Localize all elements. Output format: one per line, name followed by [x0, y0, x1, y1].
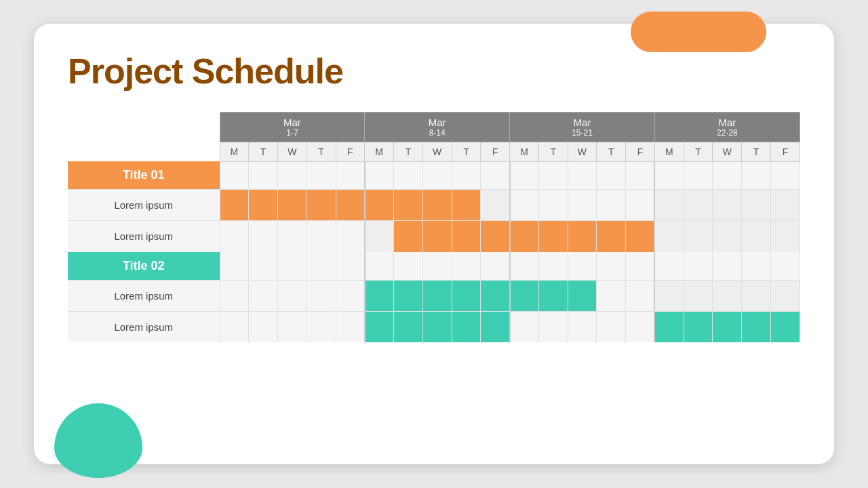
title-cell-0-1: [249, 161, 278, 190]
bar-cell-1-0-14: [626, 280, 655, 311]
day-header-4: F: [336, 142, 365, 161]
bar-cell-0-0-7: [422, 190, 452, 221]
bar-cell-0-1-6: [394, 221, 423, 252]
day-header-6: T: [394, 142, 423, 161]
bar-cell-0-1-13: [597, 221, 626, 252]
task-row-0-1: Lorem ipsum: [68, 221, 800, 252]
title-cell-1-19: [770, 252, 800, 281]
title-cell-1-4: [336, 252, 365, 281]
bar-cell-0-0-2: [278, 190, 307, 221]
bar-cell-1-0-15: [654, 280, 684, 311]
bar-cell-1-1-19: [770, 311, 800, 342]
bar-cell-0-1-9: [481, 221, 510, 252]
bar-cell-1-1-15: [654, 311, 684, 342]
title-cell-1-15: [654, 252, 684, 281]
title-cell-0-18: [742, 161, 771, 190]
day-header-13: T: [597, 142, 626, 161]
bar-cell-1-0-10: [510, 280, 539, 311]
bar-cell-0-0-10: [510, 190, 539, 221]
bar-cell-0-0-8: [452, 190, 481, 221]
task-row-1-1: Lorem ipsum: [68, 311, 800, 342]
bar-cell-1-1-10: [510, 311, 539, 342]
day-header-9: F: [481, 142, 510, 161]
bar-cell-0-1-12: [568, 221, 597, 252]
task-label-1-0: Lorem ipsum: [68, 280, 220, 311]
task-row-1-0: Lorem ipsum: [68, 280, 800, 311]
bar-cell-1-0-9: [481, 280, 510, 311]
page-title: Project Schedule: [68, 51, 800, 92]
bar-cell-0-1-11: [538, 221, 568, 252]
title-cell-1-8: [452, 252, 481, 281]
bar-cell-1-0-16: [684, 280, 713, 311]
bar-cell-1-0-17: [713, 280, 742, 311]
title-cell-1-9: [481, 252, 510, 281]
bar-cell-0-0-0: [220, 190, 249, 221]
slide-container: Project Schedule Mar1-7Mar8-14Mar15-21Ma…: [34, 24, 834, 464]
task-row-0-0: Lorem ipsum: [68, 190, 800, 221]
bar-cell-0-1-17: [713, 221, 742, 252]
title-cell-0-7: [422, 161, 452, 190]
bar-cell-0-1-14: [626, 221, 655, 252]
title-cell-0-11: [538, 161, 568, 190]
title-cell-0-5: [365, 161, 394, 190]
gantt-chart: Mar1-7Mar8-14Mar15-21Mar22-28 MTWTFMTWTF…: [68, 112, 800, 342]
title-cell-1-18: [742, 252, 771, 281]
day-header-14: F: [626, 142, 655, 161]
week-header-empty: [68, 113, 220, 142]
week-header-1: Mar8-14: [365, 113, 510, 142]
title-cell-0-0: [220, 161, 249, 190]
title-cell-0-2: [278, 161, 307, 190]
section-title-0: Title 01: [68, 161, 220, 190]
title-cell-1-14: [626, 252, 655, 281]
bar-cell-1-0-7: [422, 280, 452, 311]
bar-cell-1-0-13: [597, 280, 626, 311]
bar-cell-1-1-6: [394, 311, 423, 342]
bar-cell-1-0-4: [336, 280, 365, 311]
bar-cell-0-0-13: [597, 190, 626, 221]
bar-cell-0-1-7: [422, 221, 452, 252]
day-header-0: M: [220, 142, 249, 161]
bar-cell-1-1-14: [626, 311, 655, 342]
title-cell-0-10: [510, 161, 539, 190]
bar-cell-1-0-1: [249, 280, 278, 311]
task-label-0-1: Lorem ipsum: [68, 221, 220, 252]
title-cell-1-17: [713, 252, 742, 281]
title-cell-0-6: [394, 161, 423, 190]
bar-cell-0-0-3: [307, 190, 336, 221]
bar-cell-0-1-5: [365, 221, 394, 252]
bar-cell-1-0-12: [568, 280, 597, 311]
day-header-1: T: [249, 142, 278, 161]
bar-cell-0-0-17: [713, 190, 742, 221]
bar-cell-0-0-4: [336, 190, 365, 221]
bar-cell-1-1-0: [220, 311, 249, 342]
day-header-17: W: [713, 142, 742, 161]
bar-cell-0-1-15: [654, 221, 684, 252]
bar-cell-1-1-13: [597, 311, 626, 342]
day-header-7: W: [422, 142, 452, 161]
bar-cell-0-1-4: [336, 221, 365, 252]
bar-cell-1-0-8: [452, 280, 481, 311]
day-header-15: M: [654, 142, 684, 161]
bar-cell-0-1-19: [770, 221, 800, 252]
task-label-0-0: Lorem ipsum: [68, 190, 220, 221]
bar-cell-1-1-5: [365, 311, 394, 342]
bar-cell-1-0-19: [770, 280, 800, 311]
title-cell-1-13: [597, 252, 626, 281]
bar-cell-1-1-8: [452, 311, 481, 342]
deco-orange-shape: [631, 12, 766, 52]
section-title-1: Title 02: [68, 252, 220, 281]
title-cell-0-12: [568, 161, 597, 190]
bar-cell-1-0-2: [278, 280, 307, 311]
bar-cell-1-1-2: [278, 311, 307, 342]
deco-teal-shape: [54, 403, 142, 478]
bar-cell-0-0-6: [394, 190, 423, 221]
title-cell-0-3: [307, 161, 336, 190]
title-cell-1-0: [220, 252, 249, 281]
bar-cell-0-1-1: [249, 221, 278, 252]
day-header-3: T: [307, 142, 336, 161]
title-cell-0-13: [597, 161, 626, 190]
bar-cell-0-0-1: [249, 190, 278, 221]
bar-cell-0-0-11: [538, 190, 568, 221]
bar-cell-1-1-18: [742, 311, 771, 342]
day-header-row: MTWTFMTWTFMTWTFMTWTF: [68, 142, 800, 161]
